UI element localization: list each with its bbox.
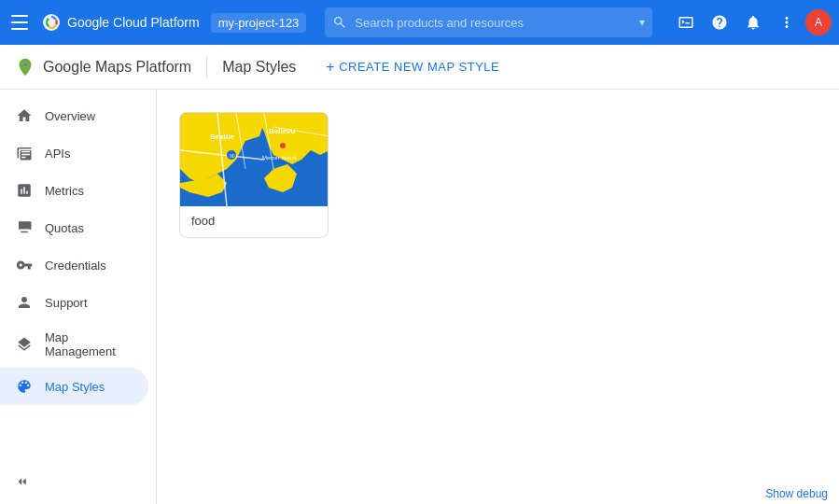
menu-button[interactable] [7,11,30,34]
header-divider [206,56,207,78]
maps-pin-icon [15,57,35,77]
gcp-logo-icon [41,12,62,33]
map-style-label: food [180,206,328,237]
app-title: Google Cloud Platform [67,15,200,30]
layers-icon [15,335,34,354]
person-icon [15,293,34,312]
sidebar-item-quotas[interactable]: Quotas [0,209,148,246]
create-new-map-style-button[interactable]: + CREATE NEW MAP STYLE [318,53,507,81]
product-name: Google Maps Platform [43,59,191,76]
main-layout: Overview APIs Metrics Quotas Credentials [0,90,839,504]
svg-text:Mercer Island: Mercer Island [262,155,296,161]
main-content: Seattle Bellevu Mercer Island 90 food [157,90,839,504]
map-style-card[interactable]: Seattle Bellevu Mercer Island 90 food [179,112,329,238]
sidebar-item-metrics[interactable]: Metrics [0,172,148,209]
sidebar-collapse-button[interactable] [7,467,37,497]
notifications-icon-btn[interactable] [738,7,768,37]
console-icon-btn[interactable] [671,7,701,37]
svg-text:Bellevu: Bellevu [269,127,296,135]
product-logo-area: Google Maps Platform [15,57,191,77]
sidebar: Overview APIs Metrics Quotas Credentials [0,90,157,504]
more-vert-icon [778,14,795,31]
sidebar-item-map-styles[interactable]: Map Styles [0,368,148,405]
top-header: Google Cloud Platform my-project-123 ▾ [0,0,839,45]
project-selector[interactable]: my-project-123 [211,13,307,33]
svg-point-17 [280,143,286,148]
search-input[interactable] [355,16,632,30]
map-preview-svg: Seattle Bellevu Mercer Island 90 [180,113,329,206]
svg-text:Seattle: Seattle [210,133,235,141]
search-box[interactable]: ▾ [325,7,652,37]
monitor-icon [15,218,34,237]
more-options-btn[interactable] [772,7,802,37]
svg-text:90: 90 [230,153,235,159]
sidebar-item-map-management[interactable]: Map Management [0,321,148,368]
debug-footer[interactable]: Show debug [754,483,839,504]
search-area: ▾ [325,7,652,37]
app-logo-area: Google Cloud Platform [41,12,200,33]
grid-icon [15,144,34,162]
bar-chart-icon [15,181,34,200]
map-thumbnail: Seattle Bellevu Mercer Island 90 [180,113,329,206]
plus-icon: + [326,59,335,76]
help-icon [711,14,728,31]
search-icon [332,15,347,30]
sidebar-item-support[interactable]: Support [0,284,148,321]
palette-icon [15,377,34,396]
sidebar-item-overview[interactable]: Overview [0,97,148,134]
home-icon [15,106,34,125]
notifications-icon [745,14,762,31]
user-avatar[interactable]: A [805,9,832,35]
console-icon [678,14,694,31]
sub-header: Google Maps Platform Map Styles + CREATE… [0,45,839,90]
help-icon-btn[interactable] [705,7,734,37]
search-dropdown-icon[interactable]: ▾ [639,16,645,29]
collapse-icon [14,473,31,490]
page-title: Map Styles [222,59,296,76]
sidebar-item-credentials[interactable]: Credentials [0,246,148,284]
sidebar-item-apis[interactable]: APIs [0,134,148,172]
header-actions: A [671,7,832,37]
key-icon [15,256,34,274]
